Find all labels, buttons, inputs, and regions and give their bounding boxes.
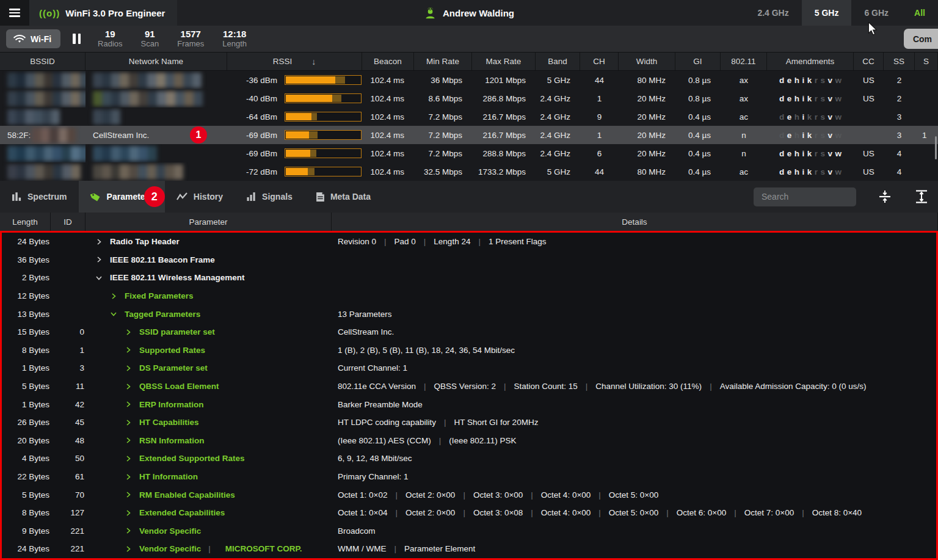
param-length: 1 Bytes: [2, 363, 49, 373]
network-row[interactable]: 58:2F:CellStream Inc.-69 dBm102.4 ms7.2 …: [0, 126, 938, 144]
pause-icon[interactable]: [70, 34, 83, 44]
network-name-cell: [85, 162, 227, 181]
chevron-right-icon[interactable]: [110, 293, 117, 300]
chevron-down-icon[interactable]: [110, 310, 117, 318]
parameter-row[interactable]: 24 BytesRadio Tap HeaderRevision 0|Pad 0…: [2, 233, 936, 251]
column-header-band[interactable]: Band: [536, 53, 580, 70]
parameter-row[interactable]: 36 BytesIEEE 802.11 Beacon Frame: [2, 251, 936, 269]
band-tab-24ghz[interactable]: 2.4 GHz: [744, 0, 801, 26]
param-column-header-id[interactable]: ID: [51, 213, 85, 231]
tab-history[interactable]: History: [165, 181, 234, 213]
tab-signals[interactable]: Signals: [234, 181, 304, 213]
column-header-max-rate[interactable]: Max Rate: [472, 53, 536, 70]
parameter-row[interactable]: 4 Bytes50Extended Supported Rates6, 9, 1…: [2, 449, 936, 468]
parameter-row[interactable]: 1 Bytes3DS Parameter setCurrent Channel:…: [2, 359, 936, 377]
column-header-beacon[interactable]: Beacon: [362, 53, 414, 70]
sort-descending-icon[interactable]: ↓: [311, 57, 316, 67]
gi-cell: 0.8 µs: [675, 89, 721, 107]
band-cell: 5 GHz: [536, 162, 580, 181]
column-header-rssi[interactable]: RSSI↓: [227, 53, 362, 70]
column-header-s[interactable]: S: [915, 53, 938, 70]
parameter-row[interactable]: 24 Bytes221Vendor Specific|MICROSOFT COR…: [2, 540, 936, 558]
column-header-gi[interactable]: GI: [675, 53, 721, 70]
chevron-right-icon[interactable]: [95, 238, 103, 245]
chevron-right-icon[interactable]: [125, 329, 132, 336]
parameter-row[interactable]: 1 Bytes42ERP InformationBarker Preamble …: [2, 395, 936, 413]
channel-cell: 6: [580, 144, 619, 162]
scrollbar[interactable]: [935, 136, 937, 159]
parameter-row[interactable]: 22 Bytes61HT InformationPrimary Channel:…: [2, 468, 936, 486]
band-tab-5ghz[interactable]: 5 GHz: [802, 0, 852, 26]
param-details: Octet 1: 0×02|Octet 2: 0×00|Octet 3: 0×0…: [338, 490, 658, 500]
wifi-button-label: Wi-Fi: [31, 34, 51, 44]
chevron-right-icon[interactable]: [125, 437, 132, 444]
collapse-all-icon[interactable]: [877, 189, 893, 205]
rssi-bar: [285, 130, 362, 140]
column-header-min-rate[interactable]: Min Rate: [414, 53, 472, 70]
parameter-row[interactable]: 2 BytesIEEE 802.11 Wireless Management: [2, 269, 936, 287]
80211-cell: n: [721, 144, 767, 162]
param-column-header-details[interactable]: Details: [332, 213, 938, 231]
parameter-row[interactable]: 15 Bytes0SSID parameter setCellStream In…: [2, 323, 936, 341]
tab-spectrum[interactable]: Spectrum: [0, 181, 79, 213]
app-title-tab[interactable]: ((ο)) WinFi 3.0 Pro Engineer: [29, 0, 177, 26]
param-length: 1 Bytes: [2, 400, 49, 409]
chevron-right-icon[interactable]: [125, 365, 132, 372]
chevron-right-icon[interactable]: [95, 256, 103, 263]
column-header-ch[interactable]: CH: [580, 53, 619, 70]
column-header-bssid[interactable]: BSSID: [0, 53, 85, 70]
rssi-value: -64 dBm: [227, 112, 277, 122]
column-header-width[interactable]: Width: [619, 53, 675, 70]
band-tab-6ghz[interactable]: 6 GHz: [851, 0, 901, 26]
chevron-right-icon[interactable]: [125, 455, 132, 462]
parameter-row[interactable]: 12 BytesFixed Parameters: [2, 287, 936, 305]
network-name-cell: [85, 71, 227, 89]
chevron-right-icon[interactable]: [125, 527, 132, 534]
parameter-row[interactable]: 8 Bytes1Supported Rates1 (B), 2 (B), 5 (…: [2, 341, 936, 360]
network-row[interactable]: -40 dBm102.4 ms8.6 Mbps286.8 Mbps2.4 GHz…: [0, 89, 938, 107]
chevron-right-icon[interactable]: [125, 401, 132, 408]
parameter-row[interactable]: 20 Bytes48RSN Information(Ieee 802.11) A…: [2, 432, 936, 450]
param-column-header-length[interactable]: Length: [0, 213, 51, 231]
parameter-row[interactable]: 8 Bytes127Extended CapabilitiesOctet 1: …: [2, 504, 936, 522]
parameter-row[interactable]: 5 Bytes70RM Enabled CapabilitiesOctet 1:…: [2, 485, 936, 504]
column-header-amendments[interactable]: Amendments: [767, 53, 854, 70]
param-length: 9 Bytes: [2, 526, 49, 536]
column-header-802-11[interactable]: 802.11: [721, 53, 767, 70]
network-row[interactable]: -64 dBm102.4 ms7.2 Mbps216.7 Mbps2.4 GHz…: [0, 107, 938, 126]
param-column-header-parameter[interactable]: Parameter: [85, 213, 332, 231]
column-header-ss[interactable]: SS: [884, 53, 915, 70]
parameter-row[interactable]: 13 BytesTagged Parameters13 Parameters: [2, 305, 936, 323]
parameter-row[interactable]: 26 Bytes45HT CapabilitiesHT LDPC coding …: [2, 413, 936, 432]
network-row[interactable]: -36 dBm102.4 ms36 Mbps1201 Mbps5 GHz4480…: [0, 71, 938, 89]
user-profile[interactable]: Andrew Walding: [424, 0, 514, 26]
max-rate-cell: 1733.2 Mbps: [472, 162, 536, 181]
search-input[interactable]: [754, 187, 856, 206]
param-id: 45: [49, 418, 84, 427]
redacted-text: [93, 146, 161, 161]
parameter-row[interactable]: 5 Bytes11QBSS Load Element802.11e CCA Ve…: [2, 377, 936, 396]
redacted-text: [7, 73, 85, 88]
menu-icon[interactable]: [0, 0, 29, 26]
param-id: 50: [49, 454, 84, 463]
band-tab-all[interactable]: All: [901, 0, 938, 26]
chevron-right-icon[interactable]: [125, 346, 132, 354]
chevron-right-icon[interactable]: [125, 545, 132, 553]
network-row[interactable]: -69 dBm102.4 ms7.2 Mbps288.8 Mbps2.4 GHz…: [0, 144, 938, 162]
tab-parameters[interactable]: Parameters2: [79, 181, 165, 213]
chevron-right-icon[interactable]: [125, 491, 132, 498]
parameter-row[interactable]: 9 Bytes221Vendor SpecificBroadcom: [2, 522, 936, 540]
column-header-network-name[interactable]: Network Name: [85, 53, 227, 70]
tab-meta-data[interactable]: Meta Data: [304, 181, 382, 213]
column-header-cc[interactable]: CC: [854, 53, 884, 70]
band-cell: 2.4 GHz: [536, 126, 580, 144]
chevron-right-icon[interactable]: [125, 383, 132, 390]
wifi-button[interactable]: Wi-Fi: [6, 29, 60, 48]
chevron-right-icon[interactable]: [125, 419, 132, 426]
network-row[interactable]: -72 dBm102.4 ms32.5 Mbps1733.2 Mbps5 GHz…: [0, 162, 938, 181]
chevron-down-icon[interactable]: [95, 274, 103, 282]
chevron-right-icon[interactable]: [125, 473, 132, 481]
expand-all-icon[interactable]: [914, 189, 929, 205]
compare-button[interactable]: Com: [904, 29, 938, 49]
chevron-right-icon[interactable]: [125, 509, 132, 517]
